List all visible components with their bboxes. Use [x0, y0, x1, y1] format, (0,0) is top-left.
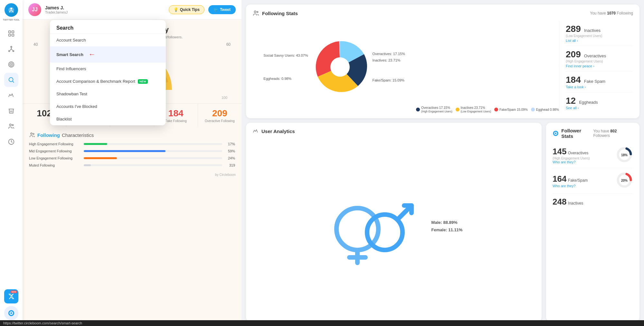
- follower-fakespam-num: 164: [553, 174, 566, 184]
- user-analytics-card: User Analytics: [246, 123, 542, 321]
- follower-inactives: 248 Inactives: [553, 194, 633, 210]
- stat-eggheads-link[interactable]: See all ›: [566, 106, 633, 110]
- user-handle: TraderJamesJ: [45, 10, 165, 14]
- gauge-low: 40: [33, 42, 38, 47]
- follower-stats-title: Follower Stats: [553, 128, 593, 139]
- stat-inactives-type: Inactives: [584, 28, 601, 33]
- svg-point-24: [31, 133, 32, 134]
- female-label: Female: 11.11%: [431, 227, 463, 232]
- sidebar: TWITTER TOOL NEW: [0, 0, 23, 326]
- sidebar-item-target[interactable]: [4, 57, 18, 72]
- sidebar-circleboom-icon[interactable]: [4, 306, 18, 320]
- search-dropdown: Search Account Search Smart Search ← Fin…: [50, 20, 166, 125]
- char-label-muted: Muted Following: [29, 163, 80, 167]
- stat-fakespam-link[interactable]: Take a look ›: [566, 85, 633, 89]
- dropdown-shadowban[interactable]: Shadowban Test: [50, 88, 166, 100]
- male-stat: Male: 88.89%: [431, 220, 463, 225]
- dropdown-smart-search[interactable]: Smart Search ←: [50, 46, 166, 62]
- quick-tips-button[interactable]: 💡 Quick Tips: [169, 5, 204, 14]
- legend-inactives: Inactives 23.71%(Low Engagement Users): [456, 106, 491, 113]
- svg-point-25: [33, 133, 34, 134]
- sidebar-item-users[interactable]: [4, 119, 18, 133]
- stat-eggheads-row: 12 Eggheads: [566, 96, 633, 106]
- char-bar-high: [84, 143, 107, 145]
- stat-inactives-link[interactable]: List all ›: [566, 39, 633, 43]
- tweet-label: Tweet: [220, 7, 231, 12]
- avatar: JJ: [28, 3, 41, 16]
- header-bar: JJ James J. TraderJamesJ 💡 Quick Tips 🐦 …: [23, 0, 242, 20]
- dropdown-header: Search: [50, 20, 166, 34]
- following-stats-title-text: Following Stats: [262, 11, 298, 16]
- stat-eggheads: 12 Eggheads See all ›: [566, 92, 633, 113]
- analytics-icon: [252, 128, 259, 134]
- svg-rect-5: [12, 34, 14, 36]
- follower-fakespam-link[interactable]: Who are they?: [553, 184, 588, 188]
- user-name: James J.: [45, 5, 165, 10]
- svg-point-14: [12, 125, 14, 126]
- svg-point-12: [9, 78, 13, 82]
- follower-fakespam-num-row: 164 Fake/Spam: [553, 174, 588, 184]
- sidebar-item-analytics[interactable]: [4, 88, 18, 102]
- follower-overactives-donut: 18%: [616, 146, 633, 165]
- legend-label-overactives: Overactives 17.15%(High Engagement Users…: [421, 106, 452, 113]
- main-content: JJ James J. TraderJamesJ 💡 Quick Tips 🐦 …: [23, 0, 644, 326]
- dropdown-account-search[interactable]: Account Search: [50, 34, 166, 46]
- follower-stats-card: Follower Stats You have 802 Followers 14…: [546, 123, 639, 321]
- follower-inactives-left: 248 Inactives: [553, 197, 583, 207]
- new-badge: NEW: [11, 291, 17, 293]
- sidebar-item-network[interactable]: [4, 42, 18, 56]
- char-icon: [29, 132, 35, 138]
- stat-inactives-desc: (Low Engagement Users): [566, 34, 633, 38]
- stat-fakespam-type: Fake Spam: [584, 79, 605, 84]
- sidebar-item-twitter-x[interactable]: NEW: [4, 289, 18, 303]
- sidebar-item-search[interactable]: [4, 73, 18, 87]
- left-panel: JJ James J. TraderJamesJ 💡 Quick Tips 🐦 …: [23, 0, 242, 326]
- follower-inactives-type: Inactives: [568, 201, 583, 206]
- following-count-prefix: You have: [590, 11, 606, 15]
- sidebar-item-dashboard[interactable]: [4, 26, 18, 41]
- char-label-mid: Mid Engagement Following: [29, 149, 80, 153]
- svg-text:18%: 18%: [621, 153, 628, 157]
- legend-fake-spam: Fake/Spam 15.09%: [494, 106, 528, 113]
- following-stats-card: Following Stats You have 1070 Following …: [246, 5, 639, 118]
- char-row-high: High Engagement Following 17%: [29, 142, 235, 146]
- dropdown-find-influencers[interactable]: Find Influencers: [50, 62, 166, 75]
- stat-fakespam: 184 Fake Spam Take a look ›: [566, 72, 633, 92]
- sidebar-item-schedule[interactable]: [4, 135, 18, 149]
- char-bar-muted: [84, 164, 91, 166]
- url-bar: https://twitter.circleboom.com/search/sm…: [0, 320, 644, 326]
- stat-overactives-row: 209 Overactives: [566, 49, 633, 60]
- circleboom-label: by Circleboom: [23, 172, 242, 178]
- find-influencers-label: Find Influencers: [56, 66, 86, 71]
- follower-stats-icon: [553, 130, 559, 137]
- stat-fakespam-row: 184 Fake Spam: [566, 75, 633, 85]
- char-label-low: Low Engagement Following: [29, 156, 80, 160]
- svg-point-7: [9, 51, 10, 52]
- tweet-button[interactable]: 🐦 Tweet: [208, 5, 236, 14]
- follower-count-label: You have 802 Followers: [593, 129, 633, 138]
- app-logo[interactable]: [5, 3, 18, 17]
- quick-tips-icon: 💡: [174, 7, 178, 12]
- svg-point-6: [11, 46, 12, 48]
- sidebar-item-delete[interactable]: [4, 104, 18, 118]
- follower-overactives: 145 Overactives (High Engagement Users) …: [553, 143, 633, 168]
- following-count-suffix: Following: [617, 11, 633, 15]
- follower-overactives-link[interactable]: Who are they?: [553, 160, 590, 164]
- pie-chart-svg: [311, 38, 369, 96]
- red-arrow-icon: ←: [89, 50, 96, 59]
- stat-overactives-desc: (High Engagement Users): [566, 60, 633, 63]
- dropdown-blacklist[interactable]: Blacklist: [50, 113, 166, 125]
- svg-text:20%: 20%: [621, 179, 628, 182]
- char-section: Following Characteristics High Engagemen…: [23, 127, 242, 172]
- svg-point-26: [254, 11, 256, 13]
- legend-egghead: Egghead 0.98%: [531, 106, 559, 113]
- dropdown-blocked[interactable]: Accounts I've Blocked: [50, 100, 166, 113]
- stat-box-over: 209 Overactive Following: [198, 104, 242, 127]
- dropdown-account-comparison[interactable]: Account Comparison & Benchmark Report NE…: [50, 75, 166, 88]
- stat-overactives-link[interactable]: Find inner peace ›: [566, 64, 633, 68]
- char-pct-high: 17%: [225, 142, 235, 146]
- char-title-rest: Characteristics: [62, 132, 94, 138]
- account-search-label: Account Search: [56, 38, 86, 43]
- new-badge-comparison: NEW: [138, 79, 148, 84]
- following-content: Social Savvy Users: 43.07% Eggheads: 0.9…: [252, 21, 633, 113]
